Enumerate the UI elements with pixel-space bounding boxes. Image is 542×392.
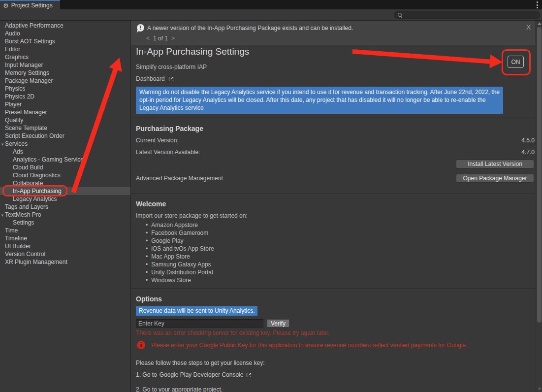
google-key-warning: Please enter your Google Public Key for … (151, 342, 525, 349)
store-list-item: Windows Store (131, 276, 214, 284)
store-list-item: Samsung Galaxy Apps (131, 261, 214, 268)
step-1: 1. Go to Google Play Developer Console (136, 371, 252, 378)
pager-prev-icon[interactable]: < (146, 35, 150, 42)
current-version-value: 4.5.0 (521, 137, 535, 144)
sidebar-item-physics-2d[interactable]: Physics 2D (0, 93, 130, 100)
google-key-input[interactable] (136, 319, 263, 327)
section-divider (131, 194, 535, 194)
settings-sidebar: Adaptive Performance Audio Burst AOT Set… (0, 21, 131, 392)
sidebar-item-cloud-diagnostics[interactable]: Cloud Diagnostics (0, 171, 130, 179)
dashboard-link[interactable]: Dashboard (136, 75, 174, 82)
external-link-icon (168, 76, 174, 82)
scroll-down-icon[interactable] (538, 388, 542, 391)
sidebar-item-timeline[interactable]: Timeline (0, 234, 130, 242)
sidebar-item-cloud-build[interactable]: Cloud Build (0, 163, 130, 171)
sidebar-item-package-manager[interactable]: Package Manager (0, 77, 130, 85)
sidebar-item-graphics[interactable]: Graphics (0, 53, 130, 61)
current-version-label: Current Version: (136, 137, 179, 144)
search-icon (397, 12, 403, 18)
open-package-manager-button[interactable]: Open Package Manager (456, 174, 534, 183)
pager-next-icon[interactable]: > (171, 35, 175, 42)
install-latest-version-button[interactable]: Install Latest Version (456, 160, 534, 168)
sidebar-item-analytics-gaming-services[interactable]: Analytics - Gaming Services (0, 156, 130, 163)
sidebar-item-tags-and-layers[interactable]: Tags and Layers (0, 203, 130, 211)
store-list-item: Unity Distribution Portal (131, 268, 214, 276)
tab-project-settings[interactable]: Project Settings (0, 0, 60, 9)
sidebar-item-legacy-analytics[interactable]: Legacy Analytics (0, 195, 130, 203)
gear-icon (3, 1, 9, 10)
vertical-scrollbar[interactable] (536, 21, 542, 392)
sidebar-item-ui-builder[interactable]: UI Builder (0, 242, 130, 250)
welcome-heading: Welcome (136, 200, 166, 208)
error-info-icon: i (137, 341, 145, 349)
close-icon[interactable]: X (526, 23, 531, 31)
store-list-item: Mac App Store (131, 253, 214, 261)
service-toggle-on-button[interactable]: ON (508, 56, 524, 68)
verify-button[interactable]: Verify (267, 319, 289, 327)
search-input[interactable] (403, 12, 540, 18)
sidebar-item-preset-manager[interactable]: Preset Manager (0, 108, 130, 116)
sidebar-item-collaborate[interactable]: Collaborate (0, 179, 130, 187)
latest-version-value: 4.7.0 (521, 149, 535, 156)
google-play-console-link[interactable]: Google Play Developer Console (159, 371, 244, 378)
advanced-package-management-label: Advanced Package Management (136, 175, 223, 182)
sidebar-item-xr-plugin-management[interactable]: XR Plugin Management (0, 258, 130, 266)
external-link-icon (246, 372, 252, 378)
welcome-intro: Import our store package to get started … (136, 212, 248, 219)
section-divider (131, 118, 535, 118)
revenue-analytics-note: Revenue data will be sent to Unity Analy… (136, 306, 257, 316)
store-list-item: Google Play (131, 237, 214, 245)
main-panel: ! A newer version of the In-App Purchasi… (131, 21, 542, 392)
sidebar-item-adaptive-performance[interactable]: Adaptive Performance (0, 22, 130, 30)
purchasing-package-heading: Purchasing Package (136, 125, 203, 132)
legacy-analytics-warning: Warning do not disable the Legacy Analyt… (136, 87, 503, 114)
page-subtitle: Simplify cross-platform IAP (136, 64, 207, 70)
sidebar-item-burst-aot[interactable]: Burst AOT Settings (0, 37, 130, 45)
sidebar-item-input-manager[interactable]: Input Manager (0, 61, 130, 69)
step-1-prefix: 1. Go to (136, 371, 157, 378)
alert-bubble-icon: ! (137, 24, 144, 32)
toolbar (0, 9, 542, 21)
server-error-text: There was an error checking server for e… (136, 329, 329, 336)
search-box[interactable] (394, 11, 540, 19)
sidebar-item-in-app-purchasing[interactable]: In-App Purchasing (0, 187, 130, 195)
sidebar-item-script-execution-order[interactable]: Script Execution Order (0, 132, 130, 140)
window-menu-kebab-icon[interactable] (535, 1, 540, 8)
store-list-item: iOS and tvOs App Store (131, 245, 214, 253)
scrollbar-thumb[interactable] (537, 27, 542, 323)
sidebar-item-tmp-settings[interactable]: Settings (0, 219, 130, 227)
step-2: 2. Go to your appropriate project. (136, 386, 223, 392)
notification-text: A newer version of the In-App Purchasing… (147, 25, 353, 32)
sidebar-item-physics[interactable]: Physics (0, 85, 130, 93)
license-steps-intro: Please follow these steps to get your li… (136, 359, 264, 366)
section-divider (131, 288, 535, 289)
sidebar-item-ads[interactable]: Ads (0, 148, 130, 156)
sidebar-item-time[interactable]: Time (0, 227, 130, 234)
sidebar-item-services[interactable]: Services (0, 140, 130, 148)
store-list-item: Amazon Appstore (131, 221, 214, 229)
window-tab-bar: Project Settings (0, 0, 542, 9)
sidebar-item-player[interactable]: Player (0, 100, 130, 108)
options-heading: Options (136, 295, 162, 303)
scroll-up-icon[interactable] (538, 22, 542, 25)
sidebar-item-memory-settings[interactable]: Memory Settings (0, 69, 130, 77)
sidebar-item-editor[interactable]: Editor (0, 45, 130, 53)
sidebar-item-scene-template[interactable]: Scene Template (0, 124, 130, 132)
page-title: In-App Purchasing Settings (136, 46, 249, 57)
sidebar-item-label: TextMesh Pro (5, 211, 41, 218)
sidebar-item-label: Services (5, 140, 28, 147)
pager-label: 1 of 1 (153, 35, 168, 42)
dashboard-link-label: Dashboard (136, 75, 165, 82)
tab-title: Project Settings (11, 2, 53, 9)
notification-banner: ! A newer version of the In-App Purchasi… (131, 21, 535, 45)
sidebar-item-audio[interactable]: Audio (0, 30, 130, 37)
latest-version-label: Latest Version Available: (136, 149, 200, 156)
sidebar-item-textmesh-pro[interactable]: TextMesh Pro (0, 211, 130, 219)
store-list: Amazon Appstore Facebook Gameroom Google… (131, 221, 214, 284)
sidebar-item-version-control[interactable]: Version Control (0, 250, 130, 258)
sidebar-item-quality[interactable]: Quality (0, 116, 130, 124)
store-list-item: Facebook Gameroom (131, 229, 214, 237)
notification-pager: < 1 of 1 > (146, 35, 175, 42)
